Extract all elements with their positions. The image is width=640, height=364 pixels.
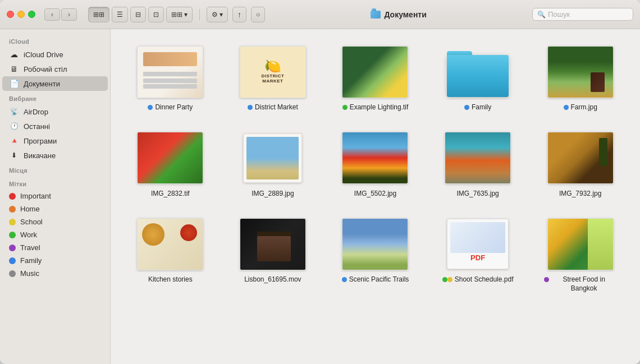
- cover-view-button[interactable]: ⊡: [148, 7, 164, 22]
- favorites-section-label: Вибране: [0, 91, 110, 104]
- file-name-row-img2889: IMG_2889.jpg: [252, 190, 294, 199]
- file-thumb-img2832: [134, 130, 207, 186]
- documents-icon: 📄: [9, 79, 19, 89]
- sidebar-label-documents: Документи: [24, 80, 101, 88]
- thumb-farm-art: [547, 46, 614, 98]
- file-name-row-district: District Market: [248, 103, 298, 112]
- sidebar-item-documents[interactable]: 📄 Документи: [2, 76, 108, 91]
- apps-icon: 🔺: [9, 136, 19, 146]
- minimize-button[interactable]: [17, 11, 25, 18]
- file-dot-shoot-1: [442, 277, 447, 282]
- sidebar-label-apps: Програми: [24, 137, 101, 145]
- file-item-district-market[interactable]: 🍋 DISTRICTMARKET District Market: [225, 40, 322, 116]
- file-name-row-img2832: IMG_2832.tif: [151, 190, 190, 199]
- tag-dot-travel: [9, 245, 16, 251]
- list-view-button[interactable]: ☰: [112, 7, 128, 22]
- file-dot-family-folder: [464, 105, 469, 110]
- action-button[interactable]: ⚙ ▾: [207, 7, 228, 22]
- share-button[interactable]: ↑: [232, 7, 246, 22]
- file-item-farm[interactable]: Farm.jpg: [532, 40, 629, 116]
- sidebar-item-school[interactable]: School: [2, 215, 108, 228]
- grid-icon: ⊞⊞: [93, 11, 104, 19]
- chevron-down-icon-2: ▾: [220, 11, 223, 19]
- thumb-shoot-art: [447, 219, 509, 269]
- thumb-img2889-inner: [246, 137, 299, 179]
- recents-icon: 🕐: [9, 121, 19, 131]
- columns-icon: ⊟: [135, 11, 141, 19]
- file-name-img7635: IMG_7635.jpg: [456, 190, 499, 199]
- view-options-button[interactable]: ⊞⊞ ▾: [166, 7, 193, 22]
- file-dot-example: [342, 105, 348, 110]
- sidebar-item-downloads[interactable]: ⬇ Викачане: [2, 148, 108, 163]
- sidebar-label-desktop: Робочий стіл: [24, 65, 101, 73]
- file-item-lisbon[interactable]: Lisbon_61695.mov: [225, 213, 322, 296]
- tag-button[interactable]: ○: [251, 7, 265, 22]
- file-dot-district: [248, 105, 253, 110]
- thumb-district-art: 🍋 DISTRICTMARKET: [240, 46, 306, 98]
- sidebar-item-work[interactable]: Work: [2, 228, 108, 241]
- airdrop-icon: 📡: [9, 107, 19, 117]
- back-button[interactable]: ‹: [44, 8, 60, 21]
- sidebar-label-airdrop: AirDrop: [24, 108, 101, 116]
- file-name-row-farm: Farm.jpg: [564, 103, 597, 112]
- thumb-street-art: [547, 218, 614, 270]
- file-name-row-kitchen: Kitchen stories: [148, 275, 193, 284]
- share-icon: ↑: [237, 10, 241, 19]
- column-view-button[interactable]: ⊟: [130, 7, 146, 22]
- sidebar-label-travel: Travel: [20, 243, 101, 252]
- sidebar-item-recents[interactable]: 🕐 Останні: [2, 119, 108, 133]
- sidebar-item-airdrop[interactable]: 📡 AirDrop: [2, 104, 108, 119]
- file-item-img5502[interactable]: IMG_5502.jpg: [327, 127, 424, 202]
- thumb-kitchen-art: [137, 218, 203, 270]
- file-dot-farm: [564, 105, 569, 110]
- file-name-img2832: IMG_2832.tif: [151, 190, 190, 199]
- thumb-img2889-art: [243, 133, 302, 183]
- thumb-img5502-art: [342, 132, 408, 184]
- maximize-button[interactable]: [28, 11, 35, 18]
- file-item-img7932[interactable]: IMG_7932.jpg: [532, 127, 629, 202]
- file-thumb-street: [544, 216, 617, 272]
- file-item-dinner-party[interactable]: Dinner Party: [122, 40, 219, 116]
- icloud-icon: ☁: [9, 49, 19, 59]
- gear-icon: ⚙: [212, 11, 218, 19]
- icon-view-button[interactable]: ⊞⊞: [88, 7, 109, 22]
- sidebar-item-desktop[interactable]: 🖥 Робочий стіл: [2, 62, 108, 76]
- file-item-img2889[interactable]: IMG_2889.jpg: [225, 127, 322, 202]
- file-item-img7635[interactable]: IMG_7635.jpg: [429, 127, 527, 202]
- search-placeholder: Пошук: [548, 10, 570, 19]
- file-item-family-folder[interactable]: Family: [429, 40, 527, 116]
- forward-button[interactable]: ›: [61, 8, 77, 21]
- sidebar-item-home[interactable]: Home: [2, 202, 108, 215]
- file-item-scenic[interactable]: Scenic Pacific Trails: [327, 213, 424, 296]
- search-box[interactable]: 🔍 Пошук: [532, 8, 633, 21]
- folder-body: [447, 55, 509, 97]
- file-name-row-lisbon: Lisbon_61695.mov: [244, 275, 301, 284]
- sidebar-item-apps[interactable]: 🔺 Програми: [2, 133, 108, 148]
- file-thumb-img7635: [441, 130, 514, 186]
- file-name-row-street: Street Food in Bangkok: [544, 275, 617, 293]
- file-item-kitchen[interactable]: Kitchen stories: [122, 213, 219, 296]
- sidebar-item-travel[interactable]: Travel: [2, 241, 108, 254]
- thumb-example-art: [342, 46, 408, 98]
- sidebar-label-icloud: iCloud Drive: [24, 50, 101, 59]
- file-item-shoot[interactable]: Shoot Schedule.pdf: [429, 213, 527, 296]
- sidebar-item-important[interactable]: Important: [2, 190, 108, 202]
- file-item-img2832[interactable]: IMG_2832.tif: [122, 127, 219, 202]
- file-thumb-family: [441, 44, 514, 100]
- sidebar-label-work: Work: [20, 231, 101, 239]
- file-name-row-scenic: Scenic Pacific Trails: [342, 275, 409, 284]
- sidebar-item-family[interactable]: Family: [2, 254, 108, 267]
- file-item-example[interactable]: Example Lighting.tif: [327, 40, 424, 116]
- sidebar-item-icloud-drive[interactable]: ☁ iCloud Drive: [2, 47, 108, 62]
- icloud-section-label: iCloud: [0, 34, 110, 47]
- tag-dot-important: [9, 193, 16, 200]
- content-area: iCloud ☁ iCloud Drive 🖥 Робочий стіл 📄 Д…: [0, 29, 640, 364]
- sidebar-item-music[interactable]: Music: [2, 267, 108, 280]
- close-button[interactable]: [7, 11, 14, 18]
- chevron-down-icon: ▾: [184, 11, 188, 19]
- file-name-lisbon: Lisbon_61695.mov: [244, 275, 301, 284]
- nav-buttons: ‹ ›: [44, 8, 77, 21]
- file-name-row-dinner: Dinner Party: [148, 103, 193, 112]
- file-item-street-food[interactable]: Street Food in Bangkok: [532, 213, 629, 296]
- titlebar: ‹ › ⊞⊞ ☰ ⊟ ⊡ ⊞⊞ ▾ ⚙ ▾ ↑: [0, 0, 640, 29]
